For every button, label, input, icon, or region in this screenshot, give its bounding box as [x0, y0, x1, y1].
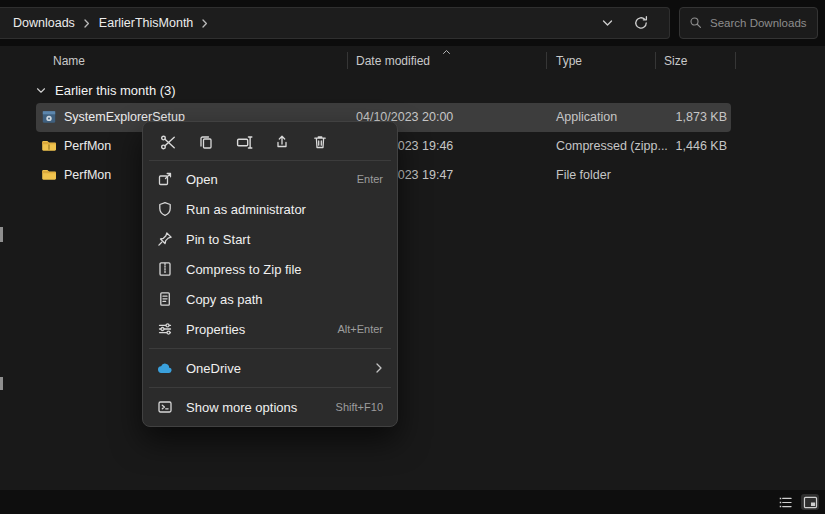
menu-item-compress-to-zip[interactable]: Compress to Zip file — [147, 254, 393, 284]
rename-icon — [236, 134, 253, 151]
shortcut-label: Shift+F10 — [336, 401, 383, 413]
delete-button[interactable] — [305, 128, 335, 156]
copy-button[interactable] — [191, 128, 221, 156]
onedrive-cloud-icon — [157, 360, 173, 376]
column-divider[interactable] — [347, 52, 348, 69]
zip-icon — [157, 261, 173, 277]
menu-item-onedrive[interactable]: OneDrive — [147, 353, 393, 383]
column-divider[interactable] — [546, 52, 547, 69]
properties-icon — [157, 321, 173, 337]
trash-icon — [312, 134, 328, 150]
menu-divider — [149, 160, 391, 161]
group-header-earlier-this-month[interactable]: Earlier this month (3) — [36, 79, 176, 101]
file-type: File folder — [556, 161, 611, 190]
search-input[interactable] — [710, 17, 808, 29]
zipped-folder-icon — [41, 138, 57, 154]
file-name: PerfMon — [64, 132, 111, 161]
column-header-date-modified[interactable]: Date modified — [356, 54, 430, 68]
menu-item-open[interactable]: Open Enter — [147, 164, 393, 194]
nav-pane-fragment — [0, 377, 3, 390]
file-size: 1,446 KB — [676, 132, 727, 161]
file-size: 1,873 KB — [676, 103, 727, 132]
details-view-button[interactable] — [776, 494, 794, 510]
file-list-pane: Name Date modified Type Size Earlier thi… — [0, 46, 825, 490]
file-explorer-window: { "topbar": { "breadcrumb": ["Downloads"… — [0, 0, 825, 514]
shortcut-label: Enter — [357, 173, 383, 185]
shield-icon — [157, 201, 173, 217]
menu-divider — [149, 387, 391, 388]
column-header-size[interactable]: Size — [664, 54, 687, 68]
details-view-icon — [778, 496, 793, 509]
chevron-down-icon[interactable] — [36, 87, 46, 94]
column-divider[interactable] — [655, 52, 656, 69]
open-icon — [157, 171, 173, 187]
nav-pane-fragment — [0, 227, 3, 242]
share-icon — [274, 134, 290, 150]
menu-item-properties[interactable]: Properties Alt+Enter — [147, 314, 393, 344]
folder-icon — [41, 167, 57, 183]
rename-button[interactable] — [229, 128, 259, 156]
menu-item-pin-to-start[interactable]: Pin to Start — [147, 224, 393, 254]
column-header-type[interactable]: Type — [556, 54, 582, 68]
menu-item-run-as-administrator[interactable]: Run as administrator — [147, 194, 393, 224]
more-options-icon — [157, 399, 173, 415]
pin-icon — [157, 231, 173, 247]
file-type: Compressed (zipp... — [556, 132, 668, 161]
breadcrumb-chevron-icon — [84, 19, 90, 28]
submenu-chevron-icon — [376, 363, 383, 373]
share-button[interactable] — [267, 128, 297, 156]
copy-icon — [198, 134, 214, 150]
group-label: Earlier this month (3) — [55, 83, 176, 98]
search-box[interactable] — [679, 7, 818, 39]
toolbar: Downloads EarlierThisMonth — [0, 7, 825, 40]
status-bar — [0, 490, 825, 514]
sort-ascending-icon — [442, 49, 451, 55]
refresh-icon[interactable] — [633, 15, 649, 31]
menu-item-show-more-options[interactable]: Show more options Shift+F10 — [147, 392, 393, 422]
context-menu: Open Enter Run as administrator Pin to S… — [142, 121, 398, 427]
address-dropdown-icon[interactable] — [602, 19, 613, 27]
file-name: PerfMon — [64, 161, 111, 190]
address-bar[interactable]: Downloads EarlierThisMonth — [0, 7, 670, 39]
quick-actions-row — [147, 126, 393, 158]
column-header-name[interactable]: Name — [53, 54, 85, 68]
breadcrumb-item-earlierthismonth[interactable]: EarlierThisMonth — [96, 14, 196, 32]
cut-button[interactable] — [153, 128, 183, 156]
thumbnail-view-icon — [803, 496, 818, 509]
application-icon — [41, 109, 57, 125]
thumbnail-view-button[interactable] — [801, 494, 819, 510]
breadcrumb-chevron-icon — [202, 19, 208, 28]
search-icon — [689, 16, 703, 30]
column-divider[interactable] — [735, 52, 736, 69]
copy-path-icon — [157, 291, 173, 307]
breadcrumb-item-downloads[interactable]: Downloads — [10, 14, 78, 32]
menu-divider — [149, 348, 391, 349]
menu-item-copy-as-path[interactable]: Copy as path — [147, 284, 393, 314]
file-type: Application — [556, 103, 617, 132]
shortcut-label: Alt+Enter — [337, 323, 383, 335]
scissors-icon — [160, 134, 177, 151]
